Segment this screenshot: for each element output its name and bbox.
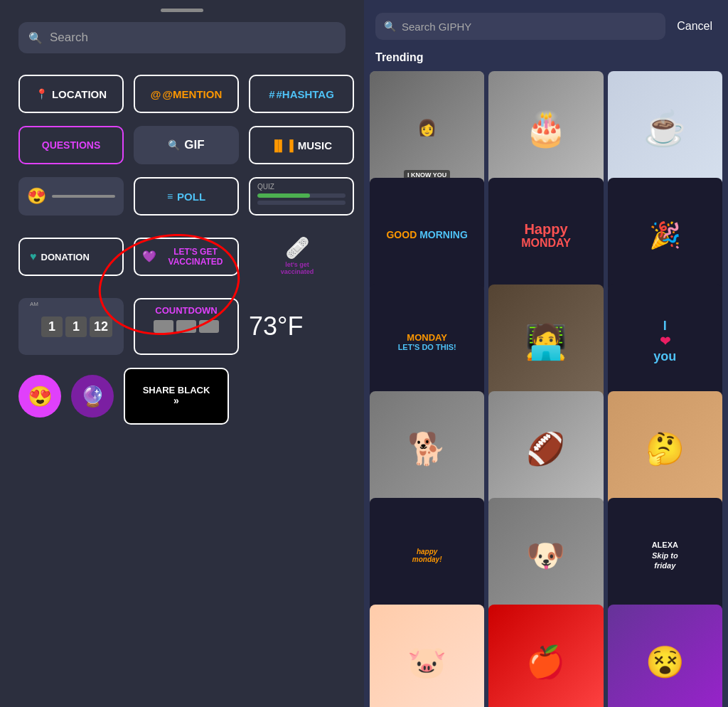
bald-guy-emoji: 🤔 xyxy=(646,430,685,467)
donation-sticker[interactable]: ♥ DONATION xyxy=(18,238,124,276)
gif-party-hat[interactable]: 🎉 xyxy=(608,178,722,292)
clock-digit-1: 1 xyxy=(41,317,63,337)
countdown-box-2 xyxy=(176,320,196,333)
gif-happy-monabi[interactable]: happymonday! xyxy=(370,498,484,612)
phone-notch xyxy=(161,9,203,12)
alexa-text: ALEXA Skip tofriday xyxy=(652,540,678,570)
music-bars-icon: ▐▌▐ xyxy=(271,139,294,152)
hash-icon: # xyxy=(269,88,274,100)
countdown-boxes xyxy=(154,320,219,333)
dog-work-emoji: 🐕 xyxy=(407,430,446,467)
good-morning-text: GOOD MORNING xyxy=(386,230,467,240)
clock-digit-2: 1 xyxy=(65,317,87,337)
gif-search-icon: 🔍 xyxy=(168,139,180,151)
gif-i-love-you[interactable]: I ❤ you xyxy=(608,285,722,399)
poll-sticker[interactable]: ≡ POLL xyxy=(134,177,239,216)
face-guy-emoji: 😵 xyxy=(646,644,685,681)
countdown-box-3 xyxy=(199,320,219,333)
sticker-grid: 📍 LOCATION @ @MENTION # #HASHTAG QUESTIO… xyxy=(18,75,346,355)
gif-apple[interactable]: 🍎 xyxy=(488,605,603,707)
poll-icon: ≡ xyxy=(167,191,173,202)
giphy-header: 🔍 Cancel xyxy=(364,0,728,48)
monday-lets-text: MONDAY LET'S DO THIS! xyxy=(398,332,456,351)
search-input[interactable] xyxy=(50,31,336,45)
location-icon: 📍 xyxy=(36,88,48,100)
at-icon: @ xyxy=(151,88,161,100)
gif-doge[interactable]: 🐶 xyxy=(488,498,603,612)
purple-circle-inner: 🔮 xyxy=(80,385,105,408)
gif-football[interactable]: 🏈 xyxy=(488,391,603,506)
vaccinated-sticker[interactable]: 💜 LET'S GET VACCINATED xyxy=(134,238,239,276)
search-icon: 🔍 xyxy=(28,31,43,45)
cancel-button[interactable]: Cancel xyxy=(673,16,717,37)
emoji-icon: 😍 xyxy=(27,187,46,206)
gif-mug[interactable]: ☕ xyxy=(608,71,722,186)
clock-digit-3: 12 xyxy=(90,317,112,337)
questions-sticker[interactable]: QUESTIONS xyxy=(18,126,124,164)
quiz-label: QUIZ xyxy=(257,183,274,191)
purple-circle-sticker[interactable]: 🔮 xyxy=(71,375,114,418)
sticker-row-3: 😍 ≡ POLL QUIZ xyxy=(18,177,346,216)
hashtag-sticker[interactable]: # #HASHTAG xyxy=(249,75,354,113)
gif-cake[interactable]: 🎂 xyxy=(488,71,603,186)
giphy-search-bar[interactable]: 🔍 xyxy=(375,13,665,40)
countdown-sticker[interactable]: COUNTDOWN xyxy=(134,298,239,355)
mention-sticker[interactable]: @ @MENTION xyxy=(134,75,239,113)
countdown-box-1 xyxy=(154,320,173,333)
gif-happy-monday[interactable]: Happy MONDAY xyxy=(488,178,603,292)
apple-emoji: 🍎 xyxy=(526,644,565,681)
happy-monday-text: Happy MONDAY xyxy=(521,221,571,250)
donation-heart-icon: ♥ xyxy=(30,250,37,263)
trending-label: Trending xyxy=(364,48,728,71)
quiz-sticker[interactable]: QUIZ xyxy=(249,177,354,216)
person1-emoji: 🧑‍💻 xyxy=(525,322,567,362)
gif-person1[interactable]: 🧑‍💻 xyxy=(488,285,603,399)
share-chevron-icon: » xyxy=(173,395,179,406)
emoji-slider-sticker[interactable]: 😍 xyxy=(18,177,124,216)
quiz-bar-fill xyxy=(257,193,310,198)
sticker-row-5: AM 1 1 12 COUNTDOWN 73°F xyxy=(18,298,346,355)
sticker-row-4: ♥ DONATION 💜 LET'S GET VACCINATED 🩹 let'… xyxy=(18,228,346,285)
happy-monabi-text: happymonday! xyxy=(412,548,442,563)
gif-monday-lets[interactable]: MONDAY LET'S DO THIS! xyxy=(370,285,484,399)
emoji-slider xyxy=(52,195,115,198)
football-emoji: 🏈 xyxy=(526,430,565,467)
quiz-bar-wrap-2 xyxy=(257,201,346,205)
share-black-sticker[interactable]: SHARE BLACK » xyxy=(124,368,229,425)
left-panel: 🔍 📍 LOCATION @ @MENTION # #HASHTAG QUEST… xyxy=(0,0,364,707)
gif-know-you[interactable]: 👩 I KNOW YOU xyxy=(370,71,484,186)
doge-emoji: 🐶 xyxy=(526,537,565,574)
giphy-search-icon: 🔍 xyxy=(384,21,396,32)
clock-sticker[interactable]: AM 1 1 12 xyxy=(18,298,124,355)
gif-sticker[interactable]: 🔍 GIF xyxy=(134,126,239,164)
gif-dog-work[interactable]: 🐕 xyxy=(370,391,484,506)
quiz-bar xyxy=(257,193,346,198)
gif-good-morning[interactable]: GOOD MORNING xyxy=(370,178,484,292)
gif-face-guy[interactable]: 😵 xyxy=(608,605,722,707)
location-sticker[interactable]: 📍 LOCATION xyxy=(18,75,124,113)
party-hat-emoji: 🎉 xyxy=(649,220,681,250)
gif-bald-guy[interactable]: 🤔 xyxy=(608,391,722,506)
quiz-bar-2 xyxy=(257,201,346,205)
search-bar[interactable]: 🔍 xyxy=(18,22,346,53)
clock-am-label: AM xyxy=(30,301,38,307)
emoji-face-sticker[interactable]: 😍 xyxy=(18,375,61,418)
mug-emoji: ☕ xyxy=(643,109,686,149)
sticker-row-bottom: 😍 🔮 SHARE BLACK » xyxy=(18,368,346,425)
weather-sticker[interactable]: 73°F xyxy=(249,312,303,341)
sticker-row-1: 📍 LOCATION @ @MENTION # #HASHTAG xyxy=(18,75,346,113)
music-sticker[interactable]: ▐▌▐ MUSIC xyxy=(249,126,354,164)
quiz-bar-wrap xyxy=(257,193,346,198)
cake-emoji: 🎂 xyxy=(525,109,567,149)
emoji-face-icon: 😍 xyxy=(28,385,53,408)
pig-emoji: 🐷 xyxy=(407,644,446,681)
gif-pig[interactable]: 🐷 xyxy=(370,605,484,707)
vaccinated-gif-sticker[interactable]: 🩹 let's getvaccinated xyxy=(249,228,346,285)
giphy-search-input[interactable] xyxy=(402,21,657,33)
gif-grid: 👩 I KNOW YOU 🎂 ☕ GOOD MORNING Happy MOND… xyxy=(364,71,728,707)
gif-alexa[interactable]: ALEXA Skip tofriday xyxy=(608,498,722,612)
i-love-you-text: I ❤ you xyxy=(653,319,676,365)
vacc-heart-icon: 💜 xyxy=(142,250,156,263)
sticker-row-2: QUESTIONS 🔍 GIF ▐▌▐ MUSIC xyxy=(18,126,346,164)
right-panel: 🔍 Cancel Trending 👩 I KNOW YOU 🎂 ☕ GOOD … xyxy=(364,0,728,707)
